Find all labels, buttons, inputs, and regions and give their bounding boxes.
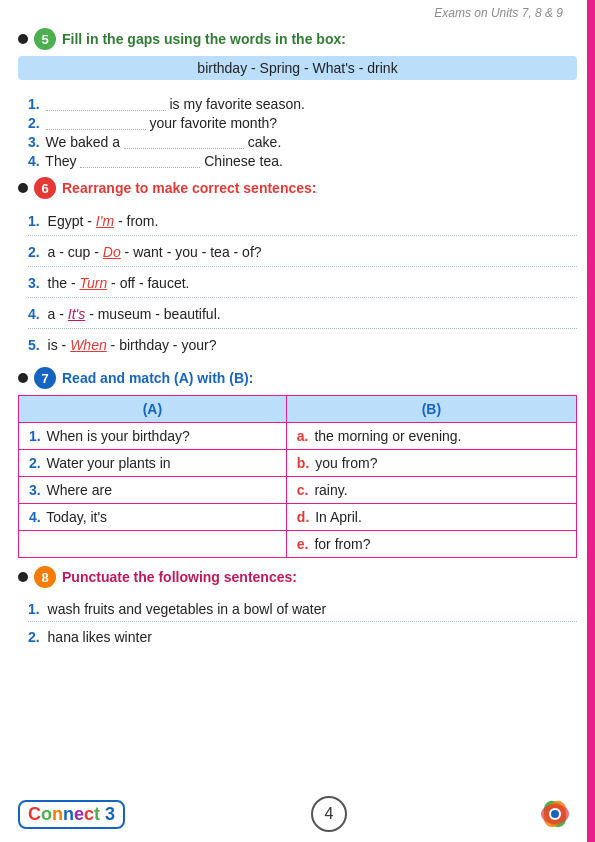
section-8-title: Punctuate the following sentences: <box>62 569 297 585</box>
footer-page-number: 4 <box>311 796 347 832</box>
footer: Connect 3 4 <box>0 796 595 832</box>
table-row: 4. Today, it's d. In April. <box>19 504 577 531</box>
footer-icon <box>533 796 577 832</box>
punctuate-list: 1. wash fruits and vegetables in a bowl … <box>28 594 577 649</box>
footer-logo: Connect 3 <box>18 800 125 829</box>
header-title: Exams on Units 7, 8 & 9 <box>434 6 563 20</box>
rearrange-item-4: 4. a - It's - museum - beautiful. <box>28 298 577 329</box>
table-row: 1. When is your birthday? a. the morning… <box>19 423 577 450</box>
col-b-a: a. the morning or evening. <box>286 423 576 450</box>
punctuate-item-1: 1. wash fruits and vegetables in a bowl … <box>28 594 577 622</box>
svg-point-4 <box>551 810 559 818</box>
section-8-header: 8 Punctuate the following sentences: <box>18 566 577 588</box>
section-7: 7 Read and match (A) with (B): (A) (B) 1… <box>18 367 577 558</box>
col-a-empty <box>19 531 287 558</box>
col-a-4: 4. Today, it's <box>19 504 287 531</box>
bullet-8 <box>18 572 28 582</box>
badge-7: 7 <box>34 367 56 389</box>
dotted-4 <box>80 167 200 168</box>
bullet-7 <box>18 373 28 383</box>
table-row: 2. Water your plants in b. you from? <box>19 450 577 477</box>
fill-item-3: 3. We baked a cake. <box>28 134 577 150</box>
fill-item-4: 4. They Chinese tea. <box>28 153 577 169</box>
col-a-header: (A) <box>19 396 287 423</box>
rearrange-item-2: 2. a - cup - Do - want - you - tea - of? <box>28 236 577 267</box>
col-b-c: c. rainy. <box>286 477 576 504</box>
word-box: birthday - Spring - What's - drink <box>18 56 577 80</box>
header: Exams on Units 7, 8 & 9 <box>0 0 595 24</box>
fill-items: 1. is my favorite season. 2. your favori… <box>28 96 577 169</box>
col-a-2: 2. Water your plants in <box>19 450 287 477</box>
footer-logo-text: Connect 3 <box>18 800 125 829</box>
dotted-1 <box>46 110 166 111</box>
colorful-icon <box>533 794 577 834</box>
section-5: 5 Fill in the gaps using the words in th… <box>18 28 577 169</box>
col-a-3: 3. Where are <box>19 477 287 504</box>
table-row: 3. Where are c. rainy. <box>19 477 577 504</box>
col-a-1: 1. When is your birthday? <box>19 423 287 450</box>
punctuate-item-2: 2. hana likes winter <box>28 622 577 649</box>
rearrange-item-5: 5. is - When - birthday - your? <box>28 329 577 359</box>
col-b-e: e. for from? <box>286 531 576 558</box>
top-bar <box>587 0 595 842</box>
badge-5: 5 <box>34 28 56 50</box>
col-b-b: b. you from? <box>286 450 576 477</box>
match-table: (A) (B) 1. When is your birthday? a. the… <box>18 395 577 558</box>
rearrange-list: 1. Egypt - I'm - from. 2. a - cup - Do -… <box>28 205 577 359</box>
table-row: e. for from? <box>19 531 577 558</box>
bullet-5 <box>18 34 28 44</box>
rearrange-item-1: 1. Egypt - I'm - from. <box>28 205 577 236</box>
fill-item-2: 2. your favorite month? <box>28 115 577 131</box>
section-6-header: 6 Rearrange to make correct sentences: <box>18 177 577 199</box>
col-b-d: d. In April. <box>286 504 576 531</box>
section-7-title: Read and match (A) with (B): <box>62 370 253 386</box>
dotted-2 <box>46 129 146 130</box>
rearrange-item-3: 3. the - Turn - off - faucet. <box>28 267 577 298</box>
col-b-header: (B) <box>286 396 576 423</box>
content: 5 Fill in the gaps using the words in th… <box>0 24 595 667</box>
section-6-title: Rearrange to make correct sentences: <box>62 180 316 196</box>
bullet-6 <box>18 183 28 193</box>
section-5-header: 5 Fill in the gaps using the words in th… <box>18 28 577 50</box>
section-5-title: Fill in the gaps using the words in the … <box>62 31 346 47</box>
badge-8: 8 <box>34 566 56 588</box>
badge-6: 6 <box>34 177 56 199</box>
section-6: 6 Rearrange to make correct sentences: 1… <box>18 177 577 359</box>
section-8: 8 Punctuate the following sentences: 1. … <box>18 566 577 649</box>
dotted-3 <box>124 148 244 149</box>
fill-item-1: 1. is my favorite season. <box>28 96 577 112</box>
section-7-header: 7 Read and match (A) with (B): <box>18 367 577 389</box>
